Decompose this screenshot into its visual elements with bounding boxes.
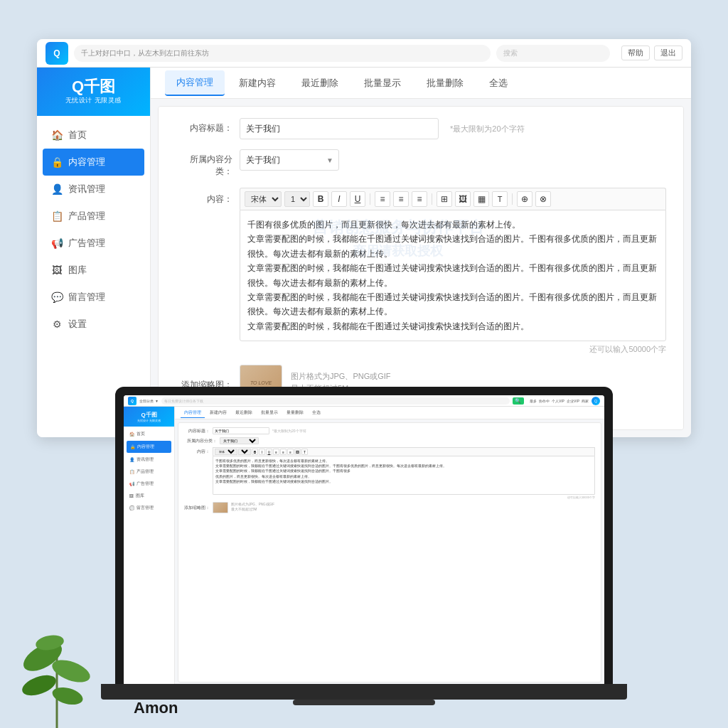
- mini-title-input[interactable]: [213, 427, 269, 434]
- browser-bar: Q 千上对好口中口，从左木到左口前往东坊 搜索 帮助 退出: [37, 39, 691, 68]
- mini-align-btn2[interactable]: ≡: [280, 449, 287, 455]
- category-control: 关于我们 ▼: [240, 149, 666, 171]
- sidebar-item-messages[interactable]: 💬 留言管理: [37, 284, 150, 311]
- title-control: *最大限制为20个字符: [240, 118, 666, 139]
- browser-search-bar[interactable]: 搜索: [496, 45, 610, 62]
- mini-img-btn[interactable]: 🖼: [294, 449, 301, 455]
- app-layout: Q千图 无忧设计 无限灵感 🏠 首页 🔒 内容管理 👤 资讯管理 📋: [37, 68, 691, 437]
- mini-nav-news[interactable]: 👤资讯管理: [124, 454, 174, 466]
- mini-underline-button[interactable]: U: [266, 449, 272, 455]
- logo-sub: 无忧设计 无限灵感: [65, 96, 122, 105]
- mini-tab-batch-del[interactable]: 量量删除: [283, 408, 307, 417]
- image-button[interactable]: 🖼: [455, 191, 471, 207]
- sidebar-item-content[interactable]: 🔒 内容管理: [43, 149, 144, 176]
- title-hint: *最大限制为20个字符: [450, 124, 525, 134]
- mini-size-select[interactable]: 14: [238, 449, 251, 455]
- mini-nav-messages[interactable]: 💬留言管理: [124, 502, 174, 514]
- editor-body[interactable]: 千图有很多优质的图片，而且更新很快，每次进去都有最新的素材上传。 文章需要配图的…: [240, 210, 666, 341]
- tab-batch-delete[interactable]: 批量删除: [415, 71, 475, 95]
- mini-font-select[interactable]: 宋体: [215, 449, 237, 455]
- content-label: 内容：: [176, 188, 240, 205]
- lock-icon: 🔒: [51, 156, 63, 168]
- browser-url: 千上对好口中口，从左木到左口前往东坊: [74, 45, 491, 62]
- mini-nav-product[interactable]: 📋产品管理: [124, 466, 174, 478]
- align-right-button[interactable]: ≡: [412, 191, 427, 207]
- laptop-screen-outer: Q 全部分类▼ 每日免费设计师任务下载 🔍 最多协作中个人VIP企业VIP商家 …: [115, 387, 613, 685]
- tab-new-content[interactable]: 新建内容: [228, 71, 287, 95]
- extra-btn-1[interactable]: ⊕: [517, 191, 532, 207]
- sidebar-item-home[interactable]: 🏠 首页: [37, 122, 150, 149]
- mini-tab-content[interactable]: 内容管理: [181, 408, 205, 418]
- sidebar-item-news[interactable]: 👤 资讯管理: [37, 176, 150, 203]
- size-select[interactable]: 14: [284, 191, 310, 207]
- mini-thumb-hint: 图片格式为JPG、PNG或GIF最大不能超过5M: [231, 503, 274, 513]
- mini-logo: Q: [128, 397, 136, 405]
- toolbar-divider-2: [432, 193, 432, 205]
- mini-text-btn[interactable]: T: [301, 449, 308, 455]
- browser-logo: Q: [46, 42, 68, 65]
- mini-tab-new[interactable]: 新建内容: [206, 408, 230, 417]
- table-button[interactable]: ▦: [473, 191, 489, 207]
- main-content: 内容管理 新建内容 最近删除 批量显示 批量删除 全选: [151, 68, 691, 437]
- mini-nav-home[interactable]: 🏠首页: [124, 428, 174, 440]
- editor-toolbar: 宋体 14 B I U ≡ ≡ ≡: [240, 188, 666, 210]
- mini-title-hint: *最大限制为20个字符: [272, 429, 306, 433]
- plant-decoration-left: [14, 586, 100, 728]
- mini-bold-button[interactable]: B: [252, 449, 258, 455]
- tab-select-all[interactable]: 全选: [478, 71, 519, 95]
- sidebar-item-product[interactable]: 📋 产品管理: [37, 203, 150, 230]
- sidebar-item-label: 设置: [68, 318, 87, 331]
- font-select[interactable]: 宋体: [245, 191, 282, 207]
- form-row-content: 内容： 宋体 14 B I U: [176, 188, 666, 355]
- category-label: 所属内容分类：: [176, 149, 240, 178]
- mini-editor-count: 还可以输入50000个字: [213, 496, 595, 499]
- sidebar-item-label: 留言管理: [68, 291, 105, 304]
- sidebar-item-label: 内容管理: [68, 156, 105, 168]
- mini-thumb-upload[interactable]: 图片格式为JPG、PNG或GIF最大不能超过5M: [213, 502, 274, 513]
- mini-tab-recent[interactable]: 最近删除: [232, 408, 256, 417]
- text-color-button[interactable]: T: [492, 191, 508, 207]
- underline-button[interactable]: U: [350, 191, 365, 207]
- mini-editor-body[interactable]: 千图有很多优质的图片，而且更新很快，每次进去都有最新的素材上传。文章需要配图的时…: [213, 456, 595, 495]
- mini-align-btn3[interactable]: ≡: [287, 449, 294, 455]
- help-button[interactable]: 帮助: [621, 46, 650, 60]
- sidebar-item-gallery[interactable]: 🖼 图库: [37, 257, 150, 284]
- sidebar-item-ad[interactable]: 📢 广告管理: [37, 230, 150, 257]
- logout-button[interactable]: 退出: [654, 46, 682, 60]
- mini-nav-ad[interactable]: 📢广告管理: [124, 478, 174, 490]
- extra-btn-2[interactable]: ⊗: [535, 191, 551, 207]
- mini-align-btn[interactable]: ≡: [273, 449, 279, 455]
- sidebar-item-label: 广告管理: [68, 237, 105, 250]
- mini-category-select[interactable]: 关于我们: [220, 437, 259, 444]
- mini-italic-button[interactable]: I: [259, 449, 265, 455]
- form-row-category: 所属内容分类： 关于我们 ▼: [176, 149, 666, 178]
- italic-button[interactable]: I: [331, 191, 347, 207]
- mini-tab-batch-show[interactable]: 批量显示: [257, 408, 282, 417]
- align-left-button[interactable]: ≡: [375, 191, 390, 207]
- mini-q-circle: Q: [592, 397, 600, 405]
- sidebar: Q千图 无忧设计 无限灵感 🏠 首页 🔒 内容管理 👤 资讯管理 📋: [37, 68, 151, 437]
- align-center-button[interactable]: ≡: [393, 191, 409, 207]
- editor-content: 千图有很多优质的图片，而且更新很快，每次进去都有最新的素材上传。 文章需要配图的…: [247, 220, 657, 331]
- sidebar-item-settings[interactable]: ⚙ 设置: [37, 311, 150, 338]
- sidebar-item-label: 首页: [68, 129, 87, 141]
- product-icon: 📋: [51, 210, 63, 222]
- sidebar-item-label: 产品管理: [68, 210, 105, 223]
- tab-content-management[interactable]: 内容管理: [165, 70, 225, 96]
- mini-nav-content[interactable]: 🔒内容管理: [127, 441, 171, 453]
- indent-button[interactable]: ⊞: [437, 191, 452, 207]
- title-input[interactable]: [240, 118, 439, 139]
- laptop-stand: [293, 700, 435, 705]
- mini-thumb-label: 添加缩略图：: [184, 505, 213, 511]
- title-label: 内容标题：: [176, 118, 240, 134]
- sidebar-item-label: 图库: [68, 264, 87, 277]
- home-icon: 🏠: [51, 129, 63, 141]
- toolbar-divider-3: [512, 193, 513, 205]
- mini-nav-gallery[interactable]: 🖼图库: [124, 490, 174, 502]
- mini-tab-all[interactable]: 全选: [309, 408, 324, 417]
- tab-recent-delete[interactable]: 最近删除: [290, 71, 350, 95]
- bold-button[interactable]: B: [313, 191, 328, 207]
- tab-batch-display[interactable]: 批量显示: [353, 71, 412, 95]
- top-card: Q 千上对好口中口，从左木到左口前往东坊 搜索 帮助 退出 Q千图 无忧设计 无…: [37, 39, 691, 437]
- category-select[interactable]: 关于我们: [240, 149, 339, 171]
